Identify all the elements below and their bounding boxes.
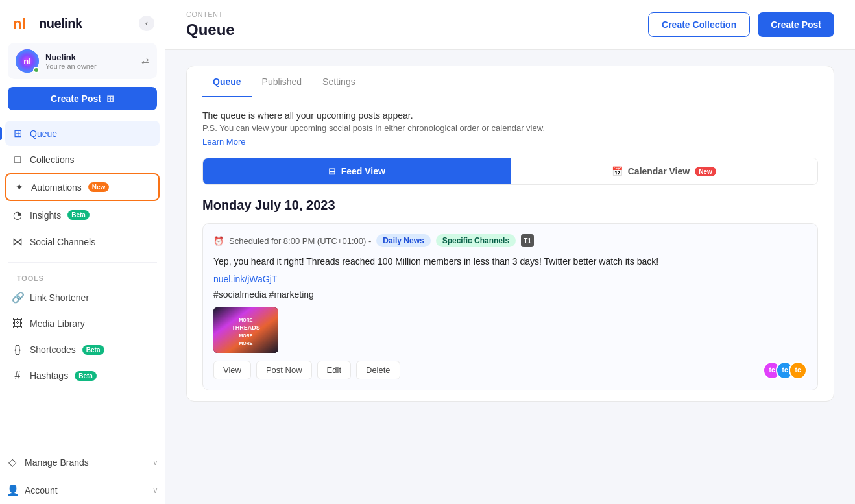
breadcrumb: CONTENT <box>186 10 235 18</box>
learn-more-link[interactable]: Learn More <box>202 137 245 147</box>
online-dot <box>33 67 40 73</box>
sidebar-item-automations-label: Automations <box>31 182 82 193</box>
calendar-icon: 📅 <box>612 166 623 176</box>
sidebar-item-account-label: Account <box>25 485 58 496</box>
create-post-icon: ⊞ <box>106 93 114 104</box>
tools-nav: TOOLS 🔗 Link Shortener 🖼 Media Library {… <box>0 269 165 389</box>
shortcodes-icon: {} <box>12 344 23 355</box>
manage-brands-arrow-icon: ∨ <box>152 458 158 467</box>
sidebar-item-automations[interactable]: ✦ Automations New <box>5 173 160 201</box>
sidebar-item-hashtags[interactable]: # Hashtags Beta <box>5 363 160 388</box>
media-library-icon: 🖼 <box>12 318 23 330</box>
post-text: Yep, you heard it right! Threads reached… <box>213 255 807 269</box>
sidebar-header: nl nuelink ‹ <box>0 0 165 43</box>
sidebar-item-link-shortener-label: Link Shortener <box>30 293 89 303</box>
insights-icon: ◔ <box>12 209 23 221</box>
manage-brands-icon: ◇ <box>6 456 18 468</box>
main-content: CONTENT Queue Create Collection Create P… <box>165 0 855 504</box>
logo-area: nl nuelink <box>10 12 82 35</box>
create-post-top-button[interactable]: Create Post <box>758 12 834 37</box>
post-image: MORE THREADS MORE MORE <box>213 307 278 353</box>
top-actions: Create Collection Create Post <box>648 12 834 37</box>
tab-settings[interactable]: Settings <box>312 66 366 97</box>
delete-post-button[interactable]: Delete <box>356 361 400 379</box>
post-tag-daily-news[interactable]: Daily News <box>376 234 430 247</box>
user-role: You're an owner <box>45 62 135 70</box>
main-nav: ⊞ Queue □ Collections ✦ Automations New … <box>0 121 165 256</box>
sidebar-item-collections[interactable]: □ Collections <box>5 147 160 172</box>
calendar-view-button[interactable]: 📅 Calendar View New <box>511 158 818 184</box>
tools-section-label: TOOLS <box>5 269 160 285</box>
sidebar-item-media-library[interactable]: 🖼 Media Library <box>5 311 160 336</box>
automations-icon: ✦ <box>13 181 25 193</box>
avatar-3: tc <box>789 361 807 379</box>
svg-text:nl: nl <box>23 56 31 66</box>
queue-main-text: The queue is where all your upcoming pos… <box>202 110 818 121</box>
feed-view-label: Feed View <box>341 166 385 176</box>
tabs-row: Queue Published Settings <box>187 66 834 97</box>
post-tag-specific-channels[interactable]: Specific Channels <box>436 234 516 247</box>
social-channels-icon: ⋈ <box>12 235 23 248</box>
nuelink-logo: nl <box>10 12 34 35</box>
post-meta: ⏰ Scheduled for 8:00 PM (UTC+01:00) - Da… <box>213 234 807 247</box>
edit-post-button[interactable]: Edit <box>317 361 351 379</box>
account-arrow-icon: ∨ <box>152 486 158 495</box>
post-now-button[interactable]: Post Now <box>256 361 312 379</box>
sidebar-item-shortcodes-label: Shortcodes <box>30 344 76 355</box>
collections-icon: □ <box>12 154 23 165</box>
logo-text: nuelink <box>39 16 82 31</box>
top-bar: CONTENT Queue Create Collection Create P… <box>165 0 855 50</box>
user-info: Nuelink You're an owner <box>45 53 135 70</box>
platform-icon: T1 <box>521 234 534 247</box>
tab-published[interactable]: Published <box>252 66 313 97</box>
sidebar-bottom: ◇ Manage Brands ∨ 👤 Account ∨ <box>0 448 165 504</box>
feed-view-icon: ⊟ <box>328 166 336 176</box>
sidebar-item-link-shortener[interactable]: 🔗 Link Shortener <box>5 285 160 310</box>
svg-text:MORE: MORE <box>239 341 253 346</box>
create-post-button[interactable]: Create Post ⊞ <box>8 87 157 110</box>
collapse-sidebar-button[interactable]: ‹ <box>139 16 154 31</box>
svg-text:THREADS: THREADS <box>232 324 260 331</box>
sidebar-item-shortcodes[interactable]: {} Shortcodes Beta <box>5 337 160 362</box>
sidebar-item-insights[interactable]: ◔ Insights Beta <box>5 202 160 228</box>
create-collection-button[interactable]: Create Collection <box>648 12 750 37</box>
switch-account-icon[interactable]: ⇄ <box>141 56 149 66</box>
post-avatars: tc tc tc <box>763 361 807 379</box>
content-area: Queue Published Settings The queue is wh… <box>165 50 855 504</box>
avatar: nl <box>16 49 39 73</box>
create-post-label: Create Post <box>51 93 101 104</box>
sidebar-item-hashtags-label: Hashtags <box>30 370 68 381</box>
sidebar-item-manage-brands[interactable]: ◇ Manage Brands ∨ <box>0 448 165 476</box>
insights-beta-badge: Beta <box>67 210 90 220</box>
sidebar-item-account[interactable]: 👤 Account ∨ <box>0 476 165 504</box>
page-header: CONTENT Queue <box>186 10 235 39</box>
view-post-button[interactable]: View <box>213 361 251 379</box>
tab-queue[interactable]: Queue <box>202 66 252 97</box>
clock-icon: ⏰ <box>213 236 224 246</box>
queue-card: Queue Published Settings The queue is wh… <box>186 66 834 402</box>
sidebar-item-social-channels[interactable]: ⋈ Social Channels <box>5 229 160 254</box>
post-card: ⏰ Scheduled for 8:00 PM (UTC+01:00) - Da… <box>202 223 818 390</box>
sidebar-item-queue[interactable]: ⊞ Queue <box>5 121 160 146</box>
link-shortener-icon: 🔗 <box>12 291 23 304</box>
hashtags-beta-badge: Beta <box>75 371 97 381</box>
hashtags-icon: # <box>12 370 23 381</box>
page-title: Queue <box>186 21 235 39</box>
sidebar-item-insights-label: Insights <box>30 210 61 221</box>
user-name: Nuelink <box>45 53 135 62</box>
post-link[interactable]: nuel.ink/jWaGjT <box>213 274 807 284</box>
post-actions: View Post Now Edit Delete tc tc tc <box>213 361 807 379</box>
feed-view-button[interactable]: ⊟ Feed View <box>203 158 511 184</box>
svg-text:MORE: MORE <box>239 333 253 338</box>
post-hashtags: #socialmedia #marketing <box>213 289 807 300</box>
calendar-new-badge: New <box>695 167 716 176</box>
user-card: nl Nuelink You're an owner ⇄ <box>8 43 157 79</box>
sidebar-item-social-channels-label: Social Channels <box>30 237 95 247</box>
sidebar-item-manage-brands-label: Manage Brands <box>25 457 89 468</box>
sidebar: nl nuelink ‹ nl Nuelink <box>0 0 165 504</box>
svg-text:nl: nl <box>13 16 26 32</box>
nav-divider <box>8 262 157 263</box>
view-toggle: ⊟ Feed View 📅 Calendar View New <box>202 158 818 185</box>
queue-info: The queue is where all your upcoming pos… <box>187 97 834 158</box>
account-icon: 👤 <box>6 484 18 496</box>
